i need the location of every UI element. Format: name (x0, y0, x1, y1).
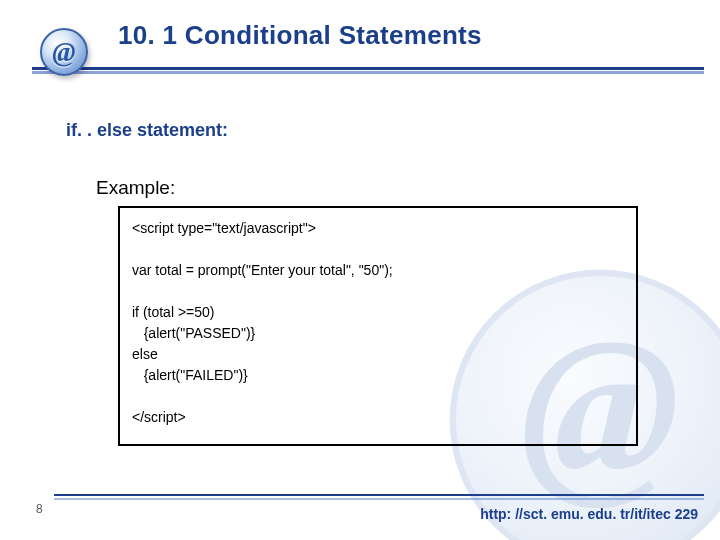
title-rule-bottom (32, 71, 704, 74)
logo: @ (40, 22, 96, 78)
code-line: </script> (132, 409, 186, 425)
code-line: else (132, 346, 158, 362)
slide: @ @ 10. 1 Conditional Statements if. . e… (0, 0, 720, 540)
at-icon: @ (40, 28, 88, 76)
code-line: if (total >=50) (132, 304, 215, 320)
footer-rule-top (54, 494, 704, 496)
code-box: <script type="text/javascript"> var tota… (118, 206, 638, 446)
code-line: {alert("PASSED")} (132, 325, 255, 341)
page-title: 10. 1 Conditional Statements (118, 20, 482, 51)
title-rule-top (32, 67, 704, 70)
code-line: var total = prompt("Enter your total", "… (132, 262, 393, 278)
footer-url: http: //sct. emu. edu. tr/it/itec 229 (480, 506, 698, 522)
code-line: <script type="text/javascript"> (132, 220, 316, 236)
footer-rule-bottom (54, 498, 704, 500)
example-label: Example: (96, 177, 175, 199)
code-line: {alert("FAILED")} (132, 367, 248, 383)
page-number: 8 (36, 502, 43, 516)
section-subtitle: if. . else statement: (66, 120, 228, 141)
